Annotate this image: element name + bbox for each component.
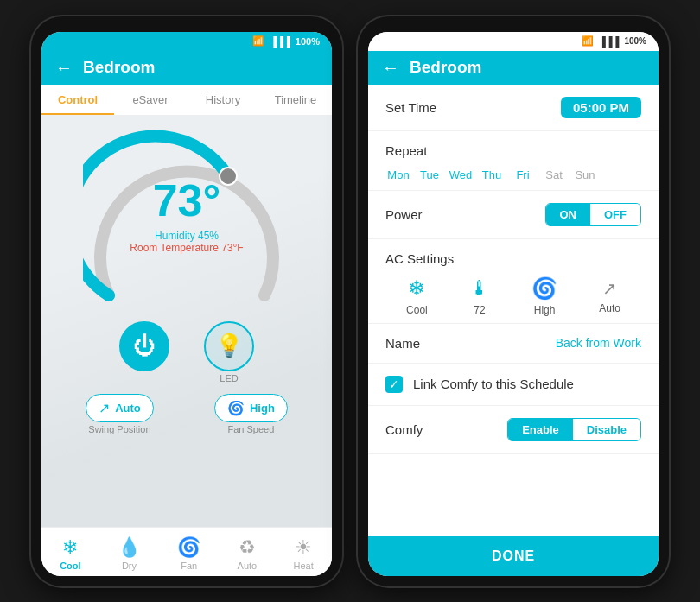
cool-label: Cool: [60, 561, 80, 571]
fan-sub: Fan Speed: [228, 424, 275, 434]
day-wed[interactable]: Wed: [448, 167, 474, 183]
back-button-r[interactable]: ←: [382, 58, 399, 78]
tab-timeline[interactable]: Timeline: [259, 85, 332, 115]
ac-cool-icon: ❄: [408, 276, 425, 301]
power-off-btn[interactable]: OFF: [590, 204, 640, 225]
room-temp-label: Room Temperature 73°F: [83, 242, 290, 254]
ac-auto-icon: ↗: [602, 278, 617, 299]
temperature-value: 73°: [83, 174, 290, 226]
fan-icon: 🌀: [227, 400, 245, 416]
tab-esaver[interactable]: eSaver: [114, 85, 187, 115]
day-thu[interactable]: Thu: [479, 167, 505, 183]
led-label: LED: [220, 373, 238, 383]
cool-icon: ❄: [62, 536, 78, 559]
swing-control: ↗ Auto Swing Position: [86, 394, 154, 434]
day-sat[interactable]: Sat: [541, 167, 567, 183]
dry-icon: 💧: [118, 536, 141, 559]
power-row: Power ON OFF: [368, 191, 659, 239]
comfy-enable-btn[interactable]: Enable: [508, 419, 573, 440]
fan-mode-label: Fan: [181, 561, 197, 571]
mode-cool[interactable]: ❄ Cool: [60, 536, 80, 571]
left-status-bar: 📶 ▐▐▐ 100%: [41, 32, 332, 51]
power-label: Power: [385, 207, 423, 222]
left-screen: 📶 ▐▐▐ 100% ← Bedroom Control eSaver Hist…: [41, 32, 332, 576]
ac-temp-label: 72: [474, 304, 485, 316]
fan-label: High: [250, 402, 275, 415]
led-icon: 💡: [215, 333, 243, 359]
power-wrapper: ⏻: [119, 321, 169, 383]
left-header: ← Bedroom: [41, 51, 332, 85]
days-row: Mon Tue Wed Thu Fri Sat Sun: [385, 167, 641, 183]
bottom-controls: ↗ Auto Swing Position 🌀 High Fan Speed: [41, 387, 332, 441]
swing-button[interactable]: ↗ Auto: [86, 394, 154, 422]
signal-icon-r: ▐▐▐: [599, 36, 619, 47]
right-status-bar: 📶 ▐▐▐ 100%: [368, 32, 659, 51]
temp-info: Humidity 45% Room Temperature 73°F: [83, 230, 290, 254]
led-wrapper: 💡 LED: [204, 321, 254, 383]
fan-button[interactable]: 🌀 High: [214, 394, 288, 422]
name-value[interactable]: Back from Work: [556, 336, 641, 350]
mode-fan[interactable]: 🌀 Fan: [177, 536, 200, 571]
back-button[interactable]: ←: [55, 58, 73, 78]
comfy-disable-btn[interactable]: Disable: [573, 419, 640, 440]
power-toggle: ON OFF: [545, 203, 642, 226]
power-icon: ⏻: [133, 333, 156, 359]
mode-dry[interactable]: 💧 Dry: [118, 536, 141, 571]
day-mon[interactable]: Mon: [385, 167, 411, 183]
comfy-row: Comfy Enable Disable: [368, 406, 659, 454]
page-title: Bedroom: [83, 58, 155, 77]
auto-label: Auto: [238, 561, 258, 571]
repeat-label: Repeat: [385, 143, 641, 158]
fan-control: 🌀 High Fan Speed: [214, 394, 288, 434]
done-button[interactable]: DONE: [368, 536, 659, 576]
fan-mode-icon: 🌀: [177, 536, 200, 559]
wifi-icon-r: 📶: [582, 35, 594, 47]
day-sun[interactable]: Sun: [572, 167, 598, 183]
ac-speed[interactable]: 🌀 High: [531, 276, 557, 316]
ac-auto-label: Auto: [599, 302, 620, 314]
ac-cool-label: Cool: [406, 304, 428, 316]
ac-speed-icon: 🌀: [531, 276, 557, 301]
right-header: ← Bedroom: [368, 51, 659, 85]
ac-speed-label: High: [534, 304, 556, 316]
comfy-label: Comfy: [385, 422, 423, 437]
comfy-toggle: Enable Disable: [507, 418, 641, 441]
link-comfy-checkbox[interactable]: ✓: [385, 376, 403, 393]
repeat-row: Repeat Mon Tue Wed Thu Fri Sat Sun: [368, 131, 659, 191]
battery-text-r: 100%: [624, 36, 646, 46]
signal-icon: ▐▐▐: [270, 36, 290, 47]
ac-temp[interactable]: 🌡 72: [469, 276, 490, 316]
temperature-display: 73° Humidity 45% Room Temperature 73°F: [83, 174, 290, 254]
swing-sub: Swing Position: [88, 424, 150, 434]
tab-control[interactable]: Control: [41, 85, 114, 115]
set-time-label: Set Time: [385, 100, 436, 115]
left-phone: 📶 ▐▐▐ 100% ← Bedroom Control eSaver Hist…: [31, 16, 342, 586]
time-badge[interactable]: 05:00 PM: [561, 97, 641, 118]
thermostat-dial[interactable]: 73° Humidity 45% Room Temperature 73°F: [83, 123, 290, 321]
ac-auto[interactable]: ↗ Auto: [599, 278, 620, 314]
mode-auto[interactable]: ♻ Auto: [238, 536, 258, 571]
ac-icons-row: ❄ Cool 🌡 72 🌀 High ↗ Auto: [385, 276, 641, 316]
power-on-btn[interactable]: ON: [546, 204, 591, 225]
link-comfy-row: ✓ Link Comfy to this Schedule: [368, 364, 659, 406]
battery-text: 100%: [296, 36, 320, 47]
control-content: 73° Humidity 45% Room Temperature 73°F ⏻: [41, 116, 332, 527]
tab-history[interactable]: History: [187, 85, 259, 115]
day-fri[interactable]: Fri: [510, 167, 536, 183]
right-phone: 📶 ▐▐▐ 100% ← Bedroom Set Time 05:00 PM R…: [358, 16, 669, 586]
name-label: Name: [385, 336, 420, 351]
name-row: Name Back from Work: [368, 324, 659, 364]
control-inner: 73° Humidity 45% Room Temperature 73°F ⏻: [41, 116, 332, 441]
set-time-row: Set Time 05:00 PM: [368, 85, 659, 131]
ac-cool[interactable]: ❄ Cool: [406, 276, 428, 316]
wifi-icon: 📶: [252, 35, 264, 47]
mode-heat[interactable]: ☀ Heat: [294, 536, 314, 571]
mode-bar: ❄ Cool 💧 Dry 🌀 Fan ♻ Auto ☀ Heat: [41, 527, 332, 576]
schedule-content: Set Time 05:00 PM Repeat Mon Tue Wed Thu…: [368, 85, 659, 536]
ac-temp-icon: 🌡: [469, 276, 490, 301]
right-screen: 📶 ▐▐▐ 100% ← Bedroom Set Time 05:00 PM R…: [368, 32, 659, 576]
tab-bar: Control eSaver History Timeline: [41, 85, 332, 116]
day-tue[interactable]: Tue: [417, 167, 442, 183]
swing-label: Auto: [115, 402, 141, 415]
dry-label: Dry: [122, 561, 137, 571]
